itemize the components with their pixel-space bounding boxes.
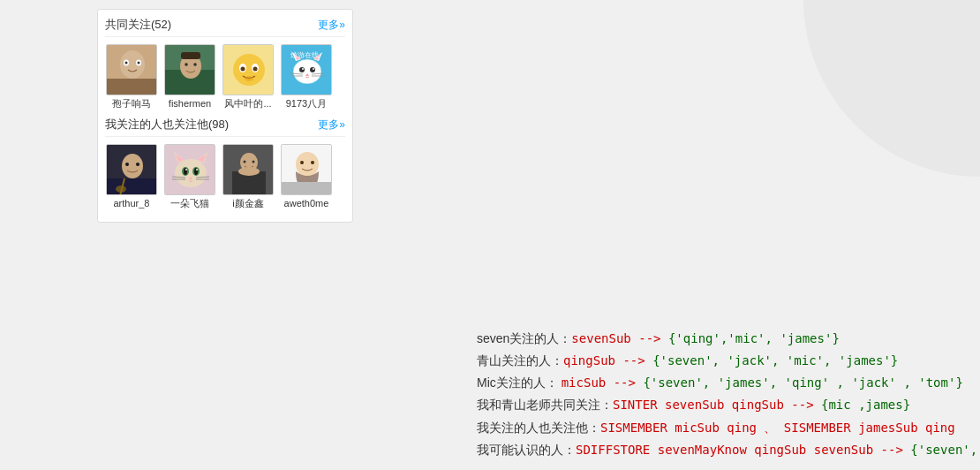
- code-line-1: seven关注的人：sevenSub --> {'qing','mic', 'j…: [477, 328, 980, 350]
- value-4: {mic ,james}: [814, 398, 911, 412]
- mutual-follow-title: 共同关注(52): [105, 17, 171, 33]
- code-line-2: 青山关注的人：qingSub --> {'seven', 'jack', 'mi…: [477, 350, 980, 372]
- svg-point-70: [311, 161, 314, 164]
- face-svg-5: [107, 145, 157, 195]
- value-1: {'qing','mic', 'james'}: [661, 331, 840, 345]
- code-2: qingSub -->: [563, 353, 645, 368]
- svg-rect-40: [107, 178, 157, 195]
- mutual-follow-avatars: 孢子响马 fish: [105, 44, 345, 110]
- avatar-label-yanjinxin: i颜金鑫: [232, 198, 263, 209]
- code-3: micSub -->: [562, 375, 636, 390]
- avatar-item-baozi[interactable]: 孢子响马: [105, 44, 158, 110]
- avatar-img-fishermen: [164, 44, 215, 95]
- svg-point-5: [138, 62, 140, 64]
- svg-point-54: [196, 169, 198, 171]
- prefix-1: seven关注的人：: [477, 331, 571, 345]
- prefix-6: 我可能认识的人：: [477, 443, 576, 457]
- avatar-img-yanjinxin: [222, 144, 274, 195]
- code-line-3: Mic关注的人： micSub --> {'seven', 'james', '…: [477, 372, 980, 394]
- svg-rect-12: [181, 52, 200, 59]
- code-1: sevenSub -->: [571, 331, 660, 345]
- mutual-follow-more[interactable]: 更多»: [318, 18, 345, 33]
- svg-point-10: [185, 63, 188, 66]
- svg-point-26: [299, 67, 305, 72]
- avatar-label-yiduo: 一朵飞猫: [170, 198, 209, 209]
- prefix-3: Mic关注的人：: [477, 375, 562, 390]
- svg-point-62: [244, 161, 246, 163]
- svg-rect-71: [282, 182, 332, 195]
- avatar-label-fengzhongye: 风中叶的...: [224, 98, 271, 110]
- svg-point-28: [302, 68, 304, 70]
- widget-box: 共同关注(52) 更多»: [97, 9, 353, 223]
- also-follow-more[interactable]: 更多»: [318, 118, 345, 133]
- face-svg-3: [223, 45, 274, 95]
- avatar-item-yiduo[interactable]: 一朵飞猫: [163, 144, 216, 209]
- svg-point-4: [125, 62, 128, 64]
- avatar-item-yanjinxin[interactable]: i颜金鑫: [222, 144, 275, 209]
- code-6: SDIFFSTORE sevenMayKnow qingSub sevenSub…: [576, 443, 903, 457]
- code-line-4: 我和青山老师共同关注：SINTER sevenSub qingSub --> {…: [477, 394, 980, 416]
- face-svg-2: [165, 45, 215, 95]
- face-svg-4: 炫游在线: [282, 45, 332, 95]
- avatar-label-awethome: aweth0me: [284, 198, 329, 209]
- svg-point-68: [296, 152, 319, 177]
- svg-point-17: [241, 67, 245, 72]
- prefix-5: 我关注的人也关注他：: [477, 421, 600, 435]
- value-3: {'seven', 'james', 'qing' , 'jack' , 'to…: [636, 375, 963, 390]
- avatar-img-yiduo: [164, 144, 215, 195]
- svg-rect-6: [107, 79, 157, 95]
- svg-point-19: [245, 76, 253, 81]
- face-svg-6: [165, 145, 215, 195]
- avatar-label-fishermen: fishermen: [169, 98, 211, 110]
- avatar-label-arthur: arthur_8: [114, 198, 150, 209]
- svg-point-21: [293, 59, 321, 84]
- svg-point-29: [313, 68, 314, 70]
- prefix-2: 青山关注的人：: [477, 353, 563, 368]
- code-5: SISMEMBER micSub qing 、 SISMEMBER jamesS…: [600, 421, 955, 435]
- avatar-img-awethome: [281, 144, 332, 195]
- avatar-img-fengzhongye: [222, 44, 274, 95]
- svg-point-11: [193, 63, 197, 66]
- avatar-item-awethome[interactable]: aweth0me: [280, 144, 333, 209]
- face-svg-1: [107, 45, 157, 95]
- avatar-item-arthur[interactable]: arthur_8: [105, 144, 158, 209]
- svg-point-39: [136, 163, 139, 166]
- value-6: {'seven', 'jack'}: [903, 443, 980, 457]
- face-svg-7: [223, 145, 274, 195]
- avatar-item-fengzhongye[interactable]: 风中叶的...: [222, 44, 275, 110]
- also-follow-header: 我关注的人也关注他(98) 更多»: [105, 117, 345, 137]
- svg-point-65: [238, 167, 260, 176]
- social-panel: 共同关注(52) 更多»: [0, 0, 459, 470]
- svg-point-27: [310, 67, 315, 72]
- avatar-img-arthur: [106, 144, 157, 195]
- also-follow-avatars: arthur_8: [105, 144, 345, 209]
- svg-point-69: [300, 161, 304, 164]
- svg-point-38: [125, 163, 129, 166]
- avatar-img-baozi: [106, 44, 157, 95]
- mutual-follow-header: 共同关注(52) 更多»: [105, 17, 345, 37]
- code-line-6: 我可能认识的人：SDIFFSTORE sevenMayKnow qingSub …: [477, 439, 980, 461]
- face-svg-8: [282, 145, 332, 195]
- also-follow-title: 我关注的人也关注他(98): [105, 117, 229, 133]
- svg-point-1: [120, 50, 145, 79]
- avatar-img-9173: 炫游在线: [281, 44, 332, 95]
- code-line-5: 我关注的人也关注他：SISMEMBER micSub qing 、 SISMEM…: [477, 417, 980, 439]
- svg-text:炫游在线: 炫游在线: [290, 51, 319, 59]
- avatar-item-9173[interactable]: 炫游在线 9173八月: [280, 44, 333, 110]
- avatar-label-9173: 9173八月: [286, 98, 327, 110]
- prefix-4: 我和青山老师共同关注：: [477, 398, 613, 412]
- avatar-label-baozi: 孢子响马: [112, 98, 151, 110]
- svg-point-42: [116, 186, 126, 193]
- svg-point-53: [185, 169, 187, 171]
- code-4: SINTER sevenSub qingSub -->: [613, 398, 814, 412]
- svg-point-63: [253, 161, 255, 163]
- svg-point-44: [175, 159, 207, 187]
- svg-point-18: [253, 67, 258, 72]
- value-2: {'seven', 'jack', 'mic', 'james'}: [645, 353, 899, 368]
- avatar-item-fishermen[interactable]: fishermen: [163, 44, 216, 110]
- section-divider: 我关注的人也关注他(98) 更多»: [105, 117, 345, 137]
- svg-point-37: [122, 154, 143, 178]
